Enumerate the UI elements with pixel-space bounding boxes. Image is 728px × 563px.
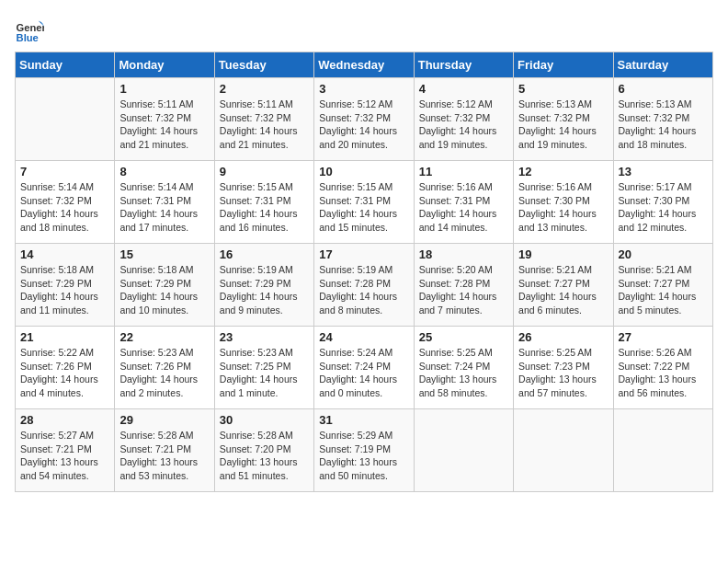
day-info: Sunrise: 5:26 AM Sunset: 7:22 PM Dayligh… xyxy=(619,346,708,400)
day-info: Sunrise: 5:12 AM Sunset: 7:32 PM Dayligh… xyxy=(419,98,508,152)
day-number: 24 xyxy=(319,330,408,344)
day-number: 28 xyxy=(20,413,109,427)
header-row: SundayMondayTuesdayWednesdayThursdayFrid… xyxy=(16,52,713,78)
day-cell: 22Sunrise: 5:23 AM Sunset: 7:26 PM Dayli… xyxy=(115,327,214,409)
header-cell-thursday: Thursday xyxy=(414,52,513,78)
day-info: Sunrise: 5:23 AM Sunset: 7:26 PM Dayligh… xyxy=(119,346,209,400)
day-info: Sunrise: 5:18 AM Sunset: 7:29 PM Dayligh… xyxy=(20,263,109,317)
day-cell: 3Sunrise: 5:12 AM Sunset: 7:32 PM Daylig… xyxy=(314,78,414,161)
day-info: Sunrise: 5:21 AM Sunset: 7:27 PM Dayligh… xyxy=(518,263,608,317)
day-info: Sunrise: 5:18 AM Sunset: 7:29 PM Dayligh… xyxy=(119,263,209,317)
day-cell: 9Sunrise: 5:15 AM Sunset: 7:31 PM Daylig… xyxy=(214,161,313,244)
logo-icon: General Blue xyxy=(15,15,44,44)
day-number: 19 xyxy=(518,247,608,261)
day-number: 18 xyxy=(419,247,508,261)
page-header: General Blue xyxy=(15,15,713,44)
week-row-2: 7Sunrise: 5:14 AM Sunset: 7:32 PM Daylig… xyxy=(16,161,713,244)
day-number: 27 xyxy=(619,330,708,344)
svg-text:Blue: Blue xyxy=(17,32,39,43)
day-cell: 10Sunrise: 5:15 AM Sunset: 7:31 PM Dayli… xyxy=(314,161,414,244)
header-cell-wednesday: Wednesday xyxy=(314,52,414,78)
day-info: Sunrise: 5:13 AM Sunset: 7:32 PM Dayligh… xyxy=(518,98,608,152)
day-cell: 5Sunrise: 5:13 AM Sunset: 7:32 PM Daylig… xyxy=(514,78,613,161)
day-cell: 27Sunrise: 5:26 AM Sunset: 7:22 PM Dayli… xyxy=(613,327,712,409)
day-info: Sunrise: 5:14 AM Sunset: 7:32 PM Dayligh… xyxy=(20,180,109,235)
week-row-3: 14Sunrise: 5:18 AM Sunset: 7:29 PM Dayli… xyxy=(16,244,713,327)
day-cell: 20Sunrise: 5:21 AM Sunset: 7:27 PM Dayli… xyxy=(613,244,712,327)
day-number: 5 xyxy=(518,82,608,96)
svg-text:General: General xyxy=(17,22,44,33)
day-cell: 31Sunrise: 5:29 AM Sunset: 7:19 PM Dayli… xyxy=(314,409,414,492)
day-number: 6 xyxy=(619,82,708,96)
day-cell: 25Sunrise: 5:25 AM Sunset: 7:24 PM Dayli… xyxy=(414,327,513,409)
day-number: 10 xyxy=(319,165,408,178)
day-cell: 21Sunrise: 5:22 AM Sunset: 7:26 PM Dayli… xyxy=(16,327,115,409)
day-number: 3 xyxy=(319,82,408,96)
day-number: 23 xyxy=(220,330,309,344)
day-cell: 14Sunrise: 5:18 AM Sunset: 7:29 PM Dayli… xyxy=(16,244,115,327)
day-cell: 6Sunrise: 5:13 AM Sunset: 7:32 PM Daylig… xyxy=(613,78,712,161)
day-cell: 7Sunrise: 5:14 AM Sunset: 7:32 PM Daylig… xyxy=(16,161,115,244)
day-cell: 15Sunrise: 5:18 AM Sunset: 7:29 PM Dayli… xyxy=(115,244,214,327)
day-info: Sunrise: 5:17 AM Sunset: 7:30 PM Dayligh… xyxy=(619,180,708,235)
day-info: Sunrise: 5:24 AM Sunset: 7:24 PM Dayligh… xyxy=(319,346,408,400)
day-cell: 4Sunrise: 5:12 AM Sunset: 7:32 PM Daylig… xyxy=(414,78,513,161)
header-cell-saturday: Saturday xyxy=(613,52,712,78)
day-cell xyxy=(16,78,115,161)
day-cell: 24Sunrise: 5:24 AM Sunset: 7:24 PM Dayli… xyxy=(314,327,414,409)
day-number: 21 xyxy=(20,330,109,344)
day-cell: 16Sunrise: 5:19 AM Sunset: 7:29 PM Dayli… xyxy=(214,244,313,327)
day-number: 31 xyxy=(319,413,408,427)
day-cell: 29Sunrise: 5:28 AM Sunset: 7:21 PM Dayli… xyxy=(115,409,214,492)
day-number: 17 xyxy=(319,247,408,261)
day-number: 26 xyxy=(518,330,608,344)
day-cell: 2Sunrise: 5:11 AM Sunset: 7:32 PM Daylig… xyxy=(214,78,313,161)
day-info: Sunrise: 5:28 AM Sunset: 7:20 PM Dayligh… xyxy=(220,429,309,483)
day-number: 2 xyxy=(220,82,309,96)
day-number: 13 xyxy=(619,165,708,178)
day-cell: 30Sunrise: 5:28 AM Sunset: 7:20 PM Dayli… xyxy=(214,409,313,492)
day-info: Sunrise: 5:16 AM Sunset: 7:31 PM Dayligh… xyxy=(419,180,508,235)
day-number: 14 xyxy=(20,247,109,261)
day-cell: 17Sunrise: 5:19 AM Sunset: 7:28 PM Dayli… xyxy=(314,244,414,327)
day-info: Sunrise: 5:29 AM Sunset: 7:19 PM Dayligh… xyxy=(319,429,408,483)
day-cell xyxy=(613,409,712,492)
day-info: Sunrise: 5:16 AM Sunset: 7:30 PM Dayligh… xyxy=(518,180,608,235)
day-info: Sunrise: 5:25 AM Sunset: 7:23 PM Dayligh… xyxy=(518,346,608,400)
week-row-1: 1Sunrise: 5:11 AM Sunset: 7:32 PM Daylig… xyxy=(16,78,713,161)
week-row-5: 28Sunrise: 5:27 AM Sunset: 7:21 PM Dayli… xyxy=(16,409,713,492)
day-cell xyxy=(514,409,613,492)
day-number: 12 xyxy=(518,165,608,178)
day-number: 20 xyxy=(619,247,708,261)
day-number: 8 xyxy=(119,165,209,178)
day-info: Sunrise: 5:19 AM Sunset: 7:29 PM Dayligh… xyxy=(220,263,309,317)
header-cell-tuesday: Tuesday xyxy=(214,52,313,78)
day-cell: 23Sunrise: 5:23 AM Sunset: 7:25 PM Dayli… xyxy=(214,327,313,409)
day-info: Sunrise: 5:23 AM Sunset: 7:25 PM Dayligh… xyxy=(220,346,309,400)
day-info: Sunrise: 5:11 AM Sunset: 7:32 PM Dayligh… xyxy=(119,98,209,152)
day-cell: 19Sunrise: 5:21 AM Sunset: 7:27 PM Dayli… xyxy=(514,244,613,327)
day-info: Sunrise: 5:11 AM Sunset: 7:32 PM Dayligh… xyxy=(220,98,309,152)
day-cell: 12Sunrise: 5:16 AM Sunset: 7:30 PM Dayli… xyxy=(514,161,613,244)
day-number: 7 xyxy=(20,165,109,178)
week-row-4: 21Sunrise: 5:22 AM Sunset: 7:26 PM Dayli… xyxy=(16,327,713,409)
day-info: Sunrise: 5:22 AM Sunset: 7:26 PM Dayligh… xyxy=(20,346,109,400)
day-info: Sunrise: 5:19 AM Sunset: 7:28 PM Dayligh… xyxy=(319,263,408,317)
day-number: 25 xyxy=(419,330,508,344)
day-cell xyxy=(414,409,513,492)
day-cell: 11Sunrise: 5:16 AM Sunset: 7:31 PM Dayli… xyxy=(414,161,513,244)
header-cell-sunday: Sunday xyxy=(16,52,115,78)
day-number: 16 xyxy=(220,247,309,261)
day-number: 9 xyxy=(220,165,309,178)
day-number: 11 xyxy=(419,165,508,178)
day-number: 30 xyxy=(220,413,309,427)
day-info: Sunrise: 5:15 AM Sunset: 7:31 PM Dayligh… xyxy=(220,180,309,235)
day-info: Sunrise: 5:21 AM Sunset: 7:27 PM Dayligh… xyxy=(619,263,708,317)
day-number: 15 xyxy=(119,247,209,261)
day-number: 29 xyxy=(119,413,209,427)
day-number: 22 xyxy=(119,330,209,344)
day-number: 1 xyxy=(119,82,209,96)
day-info: Sunrise: 5:15 AM Sunset: 7:31 PM Dayligh… xyxy=(319,180,408,235)
day-info: Sunrise: 5:14 AM Sunset: 7:31 PM Dayligh… xyxy=(119,180,209,235)
day-info: Sunrise: 5:13 AM Sunset: 7:32 PM Dayligh… xyxy=(619,98,708,152)
